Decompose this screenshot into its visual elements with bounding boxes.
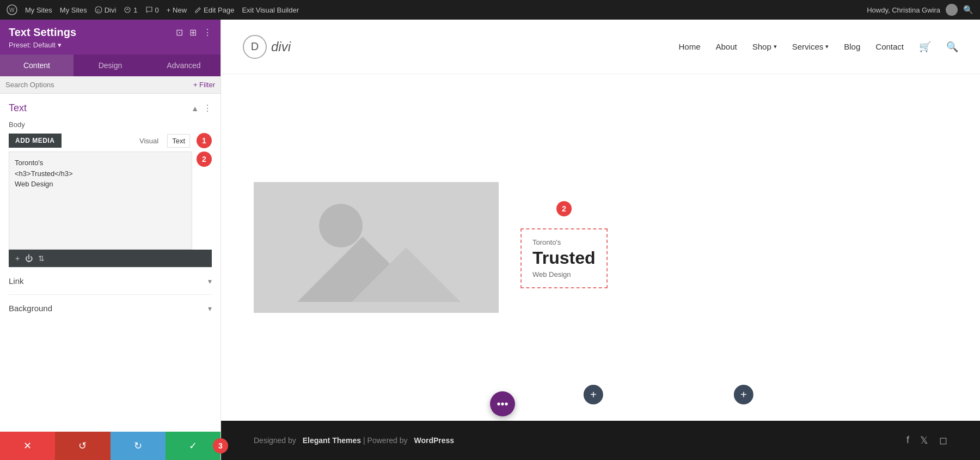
page-content: 2 Toronto's Trusted Web Design + + Desig… <box>221 74 980 460</box>
exit-builder-link[interactable]: Exit Visual Builder <box>242 6 299 14</box>
link-section-header[interactable]: Link ▾ <box>9 276 212 286</box>
sort-button[interactable]: ⇅ <box>38 254 45 263</box>
settings-panel: Text Settings ⊡ ⊞ ⋮ Preset: Default ▾ Co… <box>0 20 221 460</box>
responsive-icon[interactable]: ⊡ <box>176 27 183 38</box>
nav-services[interactable]: Services ▾ <box>792 42 829 51</box>
footer-text: Designed by Elegant Themes | Powered by … <box>254 436 454 445</box>
section-more-button[interactable]: ⋮ <box>203 103 212 113</box>
site-footer: Designed by Elegant Themes | Powered by … <box>221 421 980 460</box>
step-1-badge: 1 <box>197 133 212 148</box>
search-bar: + Filter <box>0 76 220 94</box>
divi-link[interactable]: D Divi <box>95 6 117 14</box>
undo-button[interactable]: ↺ <box>55 432 110 460</box>
new-link[interactable]: + New <box>167 6 187 14</box>
site-navigation: D divi Home About Shop ▾ Services ▾ Blog… <box>221 20 980 74</box>
nav-about[interactable]: About <box>715 42 737 51</box>
body-field-label: Body <box>9 120 212 129</box>
nav-blog[interactable]: Blog <box>844 42 860 51</box>
panel-content: Text ▲ ⋮ Body ADD MEDIA Visual Text 1 To… <box>0 94 220 432</box>
panel-tabs: Content Design Advanced <box>0 55 220 76</box>
services-dropdown-icon: ▾ <box>825 43 829 50</box>
shop-dropdown-icon: ▾ <box>774 43 777 50</box>
hero-section: 2 Toronto's Trusted Web Design + + <box>221 74 980 421</box>
bottom-action-bar: ✕ ↺ ↻ ✓ 3 <box>0 432 220 460</box>
logo-circle: D <box>243 35 267 59</box>
step-2-preview-badge: 2 <box>556 201 572 216</box>
hero-image-placeholder <box>254 182 499 313</box>
power-button[interactable]: ⏻ <box>25 254 33 263</box>
my-sites-text[interactable]: My Sites <box>60 6 87 14</box>
search-options-input[interactable] <box>5 81 189 89</box>
svg-point-7 <box>319 204 363 247</box>
cancel-button[interactable]: ✕ <box>0 432 55 460</box>
add-column-right-button[interactable]: + <box>734 385 754 404</box>
text-section-title: Text <box>9 102 27 114</box>
layout-icon[interactable]: ⊞ <box>189 27 197 38</box>
editor-textarea-row: Toronto's <h3>Trusted</h3> Web Design 2 <box>9 152 212 250</box>
main-content-area: D divi Home About Shop ▾ Services ▾ Blog… <box>221 20 980 460</box>
powered-by-text: | Powered by <box>363 436 407 445</box>
add-column-left-button[interactable]: + <box>584 385 603 404</box>
wordpress-text: WordPress <box>414 436 454 445</box>
instagram-icon[interactable]: ◻ <box>939 434 947 446</box>
link-chevron-icon: ▾ <box>208 277 212 286</box>
save-button[interactable]: ✓ <box>166 432 220 460</box>
link-section: Link ▾ <box>9 267 212 294</box>
text-section-header: Text ▲ ⋮ <box>9 102 212 114</box>
insert-button[interactable]: + <box>15 254 20 263</box>
background-label: Background <box>9 304 52 313</box>
comments-link[interactable]: 0 <box>145 6 159 14</box>
site-menu: Home About Shop ▾ Services ▾ Blog Contac… <box>678 41 958 53</box>
collapse-button[interactable]: ▲ <box>191 104 199 113</box>
twitter-icon[interactable]: 𝕏 <box>920 434 928 446</box>
edit-page-link[interactable]: Edit Page <box>194 6 234 14</box>
redo-button[interactable]: ↻ <box>111 432 166 460</box>
add-media-button[interactable]: ADD MEDIA <box>9 134 62 148</box>
editor-toolbar: ADD MEDIA Visual Text 1 <box>9 133 212 148</box>
facebook-icon[interactable]: f <box>906 434 909 446</box>
text-content-preview: Toronto's Trusted Web Design <box>520 228 608 288</box>
background-chevron-icon: ▾ <box>208 304 212 313</box>
nav-home[interactable]: Home <box>678 42 700 51</box>
tab-design[interactable]: Design <box>74 55 147 76</box>
cart-icon[interactable]: 🛒 <box>919 41 931 53</box>
wordpress-icon[interactable]: W <box>7 4 17 15</box>
svg-text:W: W <box>9 7 15 13</box>
floating-options-button[interactable]: ••• <box>490 391 515 416</box>
visual-view-button[interactable]: Visual <box>135 134 163 148</box>
link-label: Link <box>9 276 24 286</box>
nav-contact[interactable]: Contact <box>875 42 904 51</box>
my-sites-link[interactable]: My Sites <box>25 6 52 14</box>
search-admin-icon[interactable]: 🔍 <box>963 5 973 15</box>
web-design-text: Web Design <box>532 270 596 279</box>
svg-text:D: D <box>96 8 100 13</box>
tab-content[interactable]: Content <box>0 55 74 76</box>
background-section-header[interactable]: Background ▾ <box>9 304 212 313</box>
body-text-editor[interactable]: Toronto's <h3>Trusted</h3> Web Design <box>9 152 192 250</box>
filter-button[interactable]: + Filter <box>193 81 215 89</box>
preset-label[interactable]: Preset: Default ▾ <box>9 41 212 49</box>
background-section: Background ▾ <box>9 294 212 322</box>
panel-title: Text Settings <box>9 26 76 39</box>
updates-link[interactable]: 1 <box>124 6 137 14</box>
logo-text: divi <box>271 39 291 55</box>
step-2-badge: 2 <box>197 152 212 167</box>
designed-by-text: Designed by <box>254 436 296 445</box>
toronto-text: Toronto's <box>532 238 596 246</box>
text-view-button[interactable]: Text <box>167 134 190 148</box>
tab-advanced[interactable]: Advanced <box>147 55 220 76</box>
trusted-text: Trusted <box>532 249 596 268</box>
text-preview-area: 2 Toronto's Trusted Web Design <box>520 207 608 288</box>
more-options-icon[interactable]: ⋮ <box>203 27 212 38</box>
step-3-badge: 3 <box>213 438 228 453</box>
editor-footer: + ⏻ ⇅ <box>9 250 212 267</box>
admin-bar: W My Sites My Sites D Divi 1 0 + New Edi… <box>0 0 980 20</box>
site-logo: D divi <box>243 35 291 59</box>
user-avatar[interactable] <box>946 4 958 16</box>
elegant-themes-text: Elegant Themes <box>303 436 361 445</box>
footer-social: f 𝕏 ◻ <box>906 434 947 446</box>
howdy-text: Howdy, Christina Gwira <box>867 6 940 14</box>
panel-header: Text Settings ⊡ ⊞ ⋮ Preset: Default ▾ <box>0 20 220 55</box>
nav-shop[interactable]: Shop ▾ <box>752 42 777 51</box>
search-nav-icon[interactable]: 🔍 <box>946 41 958 53</box>
